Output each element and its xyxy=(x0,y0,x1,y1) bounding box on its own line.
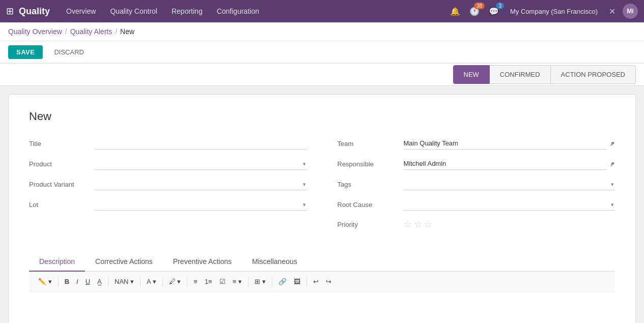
field-product-variant-label: Product Variant xyxy=(29,181,95,188)
lot-select[interactable] xyxy=(95,198,307,211)
field-lot-label: Lot xyxy=(29,201,95,209)
toolbar-font-color[interactable]: A ▾ xyxy=(144,276,159,287)
breadcrumb-quality-alerts[interactable]: Quality Alerts xyxy=(70,27,112,36)
star-1[interactable]: ☆ xyxy=(404,219,412,230)
field-title-label: Title xyxy=(29,140,95,148)
close-debug-icon[interactable]: ✕ xyxy=(607,5,618,18)
star-2[interactable]: ☆ xyxy=(414,219,422,230)
toolbar-sep-3 xyxy=(140,277,141,287)
field-priority-input-wrap: ☆ ☆ ☆ xyxy=(404,219,615,230)
toolbar-checklist[interactable]: ☑ xyxy=(216,276,229,287)
breadcrumb-sep-2: / xyxy=(115,27,117,36)
field-root-cause-row: Root Cause ▾ xyxy=(338,198,615,211)
tab-miscellaneous[interactable]: Miscellaneous xyxy=(242,252,307,272)
responsible-select[interactable]: Mitchell Admin xyxy=(404,158,607,170)
toolbar-sep-8 xyxy=(306,277,307,287)
form-left-column: Title Product ▾ xyxy=(29,137,307,238)
user-avatar[interactable]: Mi xyxy=(623,4,638,19)
star-3[interactable]: ☆ xyxy=(424,219,432,230)
notification-bell[interactable]: 🔔 xyxy=(448,5,462,18)
toolbar-sep-1 xyxy=(58,277,59,287)
main-content: New Title Product xyxy=(0,86,644,323)
field-product-label: Product xyxy=(29,160,95,168)
toolbar-undo[interactable]: ↩ xyxy=(310,276,322,287)
team-select[interactable]: Main Quality Team xyxy=(404,137,607,150)
field-responsible-row: Responsible Mitchell Admin ▾ ↗ xyxy=(338,158,615,170)
status-bar: NEW CONFIRMED ACTION PROPOSED xyxy=(0,64,644,86)
tab-corrective-actions[interactable]: Corrective Actions xyxy=(85,252,163,272)
toolbar-image[interactable]: 🖼 xyxy=(291,276,303,287)
toolbar-pen-dropdown[interactable]: ✏️ ▾ xyxy=(35,276,55,287)
field-tags-label: Tags xyxy=(338,181,404,188)
toolbar-sep-5 xyxy=(187,277,187,287)
messages-icon[interactable]: 💬 3 xyxy=(487,5,501,18)
toolbar-ordered-list[interactable]: 1≡ xyxy=(202,276,215,287)
field-product-input-wrap: ▾ xyxy=(95,158,307,170)
toolbar-highlight[interactable]: A̲ xyxy=(94,276,105,287)
team-external-link[interactable]: ↗ xyxy=(609,140,615,148)
product-variant-select[interactable] xyxy=(95,178,307,190)
field-root-cause-label: Root Cause xyxy=(338,201,404,209)
editor-toolbar: ✏️ ▾ B I U A̲ NAN ▾ A ▾ 🖊 ▾ ≡ 1≡ ☑ ≡ ▾ ⊞… xyxy=(29,272,615,292)
apps-icon[interactable]: ⊞ xyxy=(6,6,14,17)
field-product-row: Product ▾ xyxy=(29,158,307,170)
toolbar-bold[interactable]: B xyxy=(62,276,72,287)
status-steps: NEW CONFIRMED ACTION PROPOSED xyxy=(454,65,636,84)
field-lot-input-wrap: ▾ xyxy=(95,198,307,211)
responsible-external-link[interactable]: ↗ xyxy=(609,160,615,168)
field-title-input-wrap xyxy=(95,137,307,150)
tab-description[interactable]: Description xyxy=(29,252,85,272)
form-right-column: Team Main Quality Team ▾ ↗ Responsible xyxy=(338,137,615,238)
top-right-actions: 🔔 🕐 38 💬 3 My Company (San Francisco) ✕ … xyxy=(448,4,638,19)
description-editor[interactable] xyxy=(29,292,615,323)
field-responsible-input-wrap: Mitchell Admin ▾ ↗ xyxy=(404,158,615,170)
form-fields-grid: Title Product ▾ xyxy=(29,137,615,238)
discard-button[interactable]: DISCARD xyxy=(47,45,91,59)
field-priority-row: Priority ☆ ☆ ☆ xyxy=(338,219,615,230)
toolbar-bg-color[interactable]: 🖊 ▾ xyxy=(166,276,184,287)
menu-overview[interactable]: Overview xyxy=(60,4,102,18)
app-brand: Quality xyxy=(19,6,50,17)
status-step-confirmed[interactable]: CONFIRMED xyxy=(489,65,551,84)
field-lot-row: Lot ▾ xyxy=(29,198,307,211)
priority-stars: ☆ ☆ ☆ xyxy=(404,219,432,230)
tags-select[interactable] xyxy=(404,178,615,190)
toolbar-unordered-list[interactable]: ≡ xyxy=(190,276,201,287)
toolbar-table[interactable]: ⊞ ▾ xyxy=(251,276,269,287)
toolbar-redo[interactable]: ↪ xyxy=(323,276,334,287)
tab-preventive-actions[interactable]: Preventive Actions xyxy=(163,252,242,272)
title-input[interactable] xyxy=(95,137,307,150)
breadcrumb-current: New xyxy=(120,27,134,36)
toolbar-italic[interactable]: I xyxy=(73,276,81,287)
toolbar-align[interactable]: ≡ ▾ xyxy=(230,276,245,287)
form-card: New Title Product xyxy=(8,94,636,323)
toolbar-sep-4 xyxy=(162,277,163,287)
top-navigation: ⊞ Quality Overview Quality Control Repor… xyxy=(0,0,644,22)
save-button[interactable]: SAVE xyxy=(8,45,43,59)
product-select[interactable] xyxy=(95,158,307,170)
field-product-variant-input-wrap: ▾ xyxy=(95,178,307,190)
toolbar-sep-2 xyxy=(108,277,108,287)
action-bar: SAVE DISCARD xyxy=(0,41,644,64)
field-tags-input-wrap: ▾ xyxy=(404,178,615,190)
field-responsible-label: Responsible xyxy=(338,160,404,168)
field-title-row: Title xyxy=(29,137,307,150)
menu-quality-control[interactable]: Quality Control xyxy=(104,4,163,18)
toolbar-font-style[interactable]: NAN ▾ xyxy=(111,276,137,287)
root-cause-select[interactable] xyxy=(404,198,615,211)
field-team-label: Team xyxy=(338,140,404,148)
status-step-action-proposed[interactable]: ACTION PROPOSED xyxy=(550,65,636,84)
company-selector[interactable]: My Company (San Francisco) xyxy=(506,6,602,17)
menu-configuration[interactable]: Configuration xyxy=(211,4,265,18)
toolbar-underline[interactable]: U xyxy=(82,276,93,287)
field-tags-row: Tags ▾ xyxy=(338,178,615,190)
breadcrumb-quality-overview[interactable]: Quality Overview xyxy=(8,27,62,36)
toolbar-link[interactable]: 🔗 xyxy=(275,276,290,287)
top-menu: Overview Quality Control Reporting Confi… xyxy=(60,4,448,18)
activity-icon[interactable]: 🕐 38 xyxy=(467,5,482,18)
status-step-new[interactable]: NEW xyxy=(453,65,490,84)
breadcrumb: Quality Overview / Quality Alerts / New xyxy=(0,22,644,41)
field-root-cause-input-wrap: ▾ xyxy=(404,198,615,211)
menu-reporting[interactable]: Reporting xyxy=(165,4,209,18)
field-product-variant-row: Product Variant ▾ xyxy=(29,178,307,190)
